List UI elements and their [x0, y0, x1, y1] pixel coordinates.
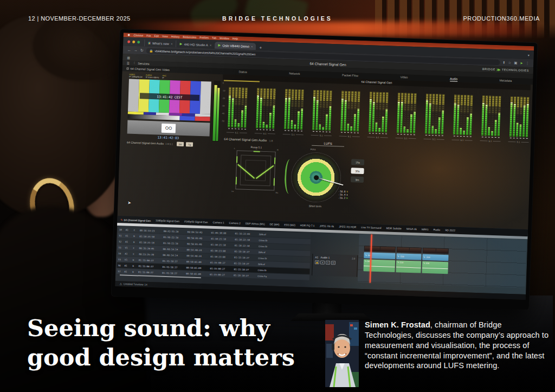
video-clip[interactable]: ✎64 t [364, 252, 395, 259]
timeline[interactable]: ✎64 t✎ 64 t✎216✎ 216✎216✎ 216 [358, 234, 527, 288]
timeline-clip[interactable]: ✎216✎ 216 [396, 247, 422, 273]
video-clip[interactable]: ✎216 [396, 253, 421, 260]
urlbar-right-icons: ⬆ ☆ ▣ ➤ ⋮ [502, 60, 530, 66]
meter-fill [513, 104, 516, 136]
audio-panel-title-text: 64 Channel Signal Gen Audio [224, 137, 267, 142]
clip-tab[interactable]: DE (M4) [269, 223, 279, 226]
clip-thumbnail [364, 246, 396, 252]
clip-tab[interactable]: DDP Atmos (M1) [246, 222, 265, 226]
clip-tab[interactable]: Live TV Surround [361, 226, 381, 229]
tab-close-icon[interactable]: × [171, 42, 173, 46]
menu-file[interactable]: File [146, 34, 151, 37]
clip-tab[interactable]: SD 2022 [445, 229, 455, 232]
tab-status[interactable]: Status [238, 70, 247, 75]
clip-tab[interactable]: JPEG XS 4k [319, 224, 334, 228]
clip-tab[interactable]: Radio [434, 228, 441, 231]
clip-tab[interactable]: JPEG XS HDR [339, 226, 356, 229]
menu-help[interactable]: Help [233, 37, 238, 40]
share-icon[interactable]: ⬆ [502, 60, 506, 65]
menu-tab[interactable]: Tab [212, 36, 216, 40]
track-lock-icon[interactable]: 🔒 [315, 260, 319, 264]
hamburger-icon[interactable]: ☰ [127, 61, 130, 65]
clip-tab[interactable]: ✎64 Channel Signal Gen [120, 218, 151, 222]
bookmark-star-icon[interactable]: ☆ [508, 60, 511, 65]
menu-edit[interactable]: Edit [154, 34, 159, 37]
back-icon[interactable]: ← [127, 48, 131, 52]
tab-close-icon[interactable]: × [251, 45, 253, 48]
bridge-extension-icon[interactable]: ➤ [520, 61, 523, 65]
track-mute-icon[interactable]: M [331, 261, 335, 265]
timeline-clip[interactable]: ✎64 t✎ 64 t [363, 246, 396, 272]
reload-icon[interactable]: ↻ [140, 48, 144, 53]
lufs-range-3m[interactable]: 3m [351, 176, 364, 183]
tab-packet-flow[interactable]: Packet Flow [342, 73, 358, 78]
track-solo-icon[interactable]: S [326, 261, 330, 265]
colorbars-preview[interactable]: 13:41:42 CEST [128, 79, 211, 114]
meter-fill [228, 95, 231, 127]
audio-item-sub: 1-8 5.1 [165, 142, 173, 145]
tab-video[interactable]: Video [400, 75, 408, 80]
apple-menu-icon[interactable] [128, 34, 130, 36]
audio-clip[interactable]: ✎ 216 [422, 261, 448, 274]
row-timecode: 01:15:08:27 [138, 271, 161, 274]
tab-metadata[interactable]: Metadata [499, 79, 512, 83]
close-window-icon[interactable] [127, 40, 130, 43]
row-track: A1 [124, 270, 131, 273]
channel-dash [453, 136, 455, 137]
meter-group: 5.1 [453, 89, 473, 137]
clip-thumbnail [423, 248, 449, 254]
url-text: vb440demo.bridgetech.tv/probe/services/6… [154, 49, 255, 56]
clip-tab[interactable]: 1080p50 Signal Gen [156, 219, 179, 222]
clip-tab[interactable]: NASA 4k [406, 228, 417, 231]
clip-tab[interactable]: HDR PQ 7.1 [300, 224, 315, 227]
zoom-window-icon[interactable] [137, 41, 140, 43]
tab-search-icon[interactable]: ▾ [528, 53, 530, 57]
clip-tab[interactable]: Camera 2 [229, 222, 241, 225]
menu-chrome[interactable]: Chrome [134, 34, 144, 37]
audio-clip[interactable]: ✎ 216 [396, 260, 421, 273]
clip-tab[interactable]: ED3 (M2) [284, 223, 295, 227]
clip-tab[interactable]: NRK1 [422, 228, 429, 231]
meter-group: 5.1 [228, 82, 248, 130]
forward-icon[interactable]: → [134, 48, 138, 52]
browser-tab-label: 440 HD Studio A [184, 42, 208, 46]
app-grid-icon[interactable]: ▦ [127, 55, 130, 59]
meter-fill [491, 131, 493, 136]
meter-mode-button[interactable]: 0M [177, 142, 184, 146]
tab-network[interactable]: Network [289, 72, 300, 76]
clip-tab-label: Camera 2 [229, 222, 241, 225]
services-back-link[interactable]: Services [138, 62, 149, 66]
meter-fill [372, 102, 375, 132]
channel-dash [413, 134, 415, 136]
menu-dots-icon[interactable]: ⋮ [526, 61, 530, 65]
extensions-icon[interactable]: ▣ [514, 61, 517, 65]
back-chevron-icon[interactable]: 〈 [132, 61, 135, 65]
menu-view[interactable]: View [162, 35, 168, 38]
timeline-clip[interactable]: ✎216✎ 216 [422, 248, 449, 274]
menu-bookmarks[interactable]: Bookmarks [183, 35, 196, 39]
clip-tab-label: JPEG XS HDR [339, 226, 356, 229]
meter-mode-button[interactable]: Tg [186, 142, 193, 146]
lufs-range-30s[interactable]: 30s [351, 168, 364, 174]
tab-audio[interactable]: Audio [450, 77, 457, 81]
audio-clip[interactable]: ✎ 64 t [363, 259, 395, 272]
clip-tab[interactable]: Camera 1 [213, 221, 224, 224]
lufs-title: LUFS [312, 142, 344, 147]
video-clip[interactable]: ✎216 [422, 254, 448, 261]
menu-window[interactable]: Window [220, 36, 229, 40]
clip-tab[interactable]: 2160p50 Signal Gen [184, 220, 208, 223]
tab-close-icon[interactable]: × [210, 43, 212, 47]
channel-dash [235, 128, 236, 130]
channel-dash [428, 134, 430, 136]
menu-profiles[interactable]: Profiles [199, 36, 209, 40]
clip-tab[interactable]: MDR Subtitle [386, 227, 401, 230]
menu-history[interactable]: History [171, 35, 180, 38]
minimize-window-icon[interactable] [132, 41, 135, 43]
checkbox-icon[interactable] [127, 67, 129, 69]
channel-dash [284, 130, 286, 131]
lufs-range-15s[interactable]: 15s [351, 159, 364, 165]
track-record-icon[interactable]: ● [320, 260, 325, 264]
meter-channel [300, 84, 304, 131]
service-item-audio[interactable]: 64 Channel Signal Gen Audio 1-8 5.1 0MTg [127, 140, 209, 147]
track-header[interactable]: A1 Audio 1 2.0 🔒 ● S M [312, 254, 358, 277]
